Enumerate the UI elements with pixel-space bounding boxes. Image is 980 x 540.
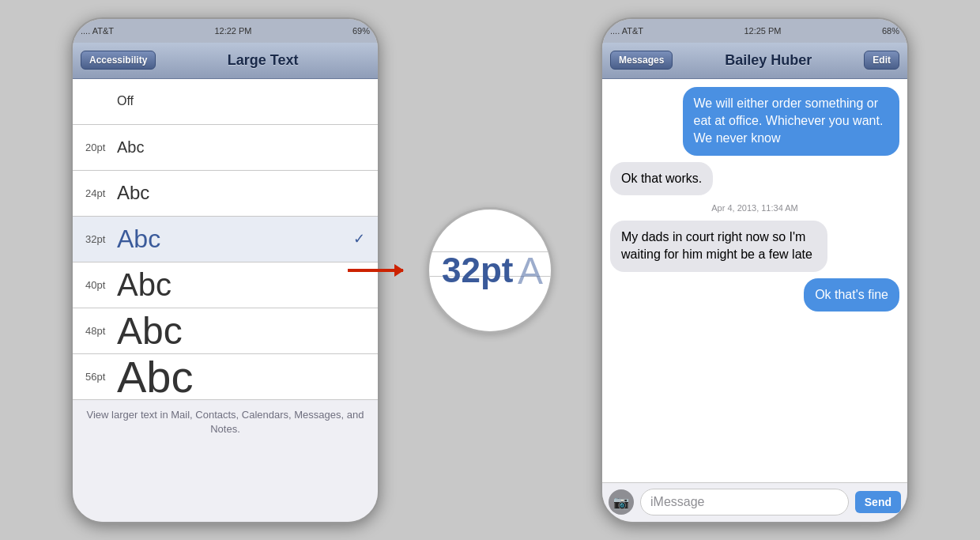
magnifier-label: 32pt bbox=[442, 251, 513, 290]
list-item-off[interactable]: Off bbox=[73, 79, 378, 125]
list-item-40pt[interactable]: 40pt Abc bbox=[73, 262, 378, 308]
list-footer: View larger text in Mail, Contacts, Cale… bbox=[73, 400, 378, 444]
list-item-56pt[interactable]: 56pt Abc bbox=[73, 354, 378, 400]
abc-label-20: Abc bbox=[117, 138, 365, 157]
nav-bar-right: Messages Bailey Huber Edit bbox=[602, 43, 907, 79]
pt-label-20: 20pt bbox=[85, 142, 117, 153]
time-right: 12:25 PM bbox=[744, 26, 781, 36]
message-bubble-left-1: Ok that works. bbox=[610, 162, 713, 195]
nav-bar-left: Accessibility Large Text bbox=[73, 43, 378, 79]
magnifier-abc-preview: A bbox=[518, 248, 543, 292]
message-bubble-left-2: My dads in court right now so I'm waitin… bbox=[610, 221, 827, 272]
messages-area: We will either order something or eat at… bbox=[602, 79, 907, 482]
abc-label-32: Abc bbox=[117, 225, 353, 254]
abc-label-48: Abc bbox=[117, 309, 365, 353]
carrier-left: .... AT&T bbox=[81, 26, 114, 36]
list-item-20pt[interactable]: 20pt Abc bbox=[73, 125, 378, 171]
accessibility-back-button[interactable]: Accessibility bbox=[81, 51, 156, 70]
messages-back-button[interactable]: Messages bbox=[610, 51, 673, 70]
pt-label-40: 40pt bbox=[85, 279, 117, 291]
magnifier-section: 32pt A bbox=[411, 191, 569, 349]
status-bar-right: .... AT&T 12:25 PM 68% bbox=[602, 19, 907, 43]
phone-right: .... AT&T 12:25 PM 68% Messages Bailey H… bbox=[601, 17, 909, 523]
contact-name-title: Bailey Huber bbox=[673, 52, 864, 69]
list-item-48pt[interactable]: 48pt Abc bbox=[73, 308, 378, 354]
battery-right: 68% bbox=[882, 26, 899, 36]
battery-left: 69% bbox=[352, 26, 370, 36]
time-left: 12:22 PM bbox=[214, 26, 251, 36]
pt-label-48: 48pt bbox=[85, 325, 117, 337]
pt-label-24: 24pt bbox=[85, 187, 117, 199]
abc-label-56: Abc bbox=[117, 351, 365, 402]
pt-label-56: 56pt bbox=[85, 371, 117, 383]
abc-label-40: Abc bbox=[117, 267, 365, 303]
abc-label-off: Off bbox=[117, 94, 365, 108]
large-text-title: Large Text bbox=[156, 52, 370, 69]
camera-button[interactable]: 📷 bbox=[609, 489, 634, 515]
phone-left: .... AT&T 12:22 PM 69% Accessibility Lar… bbox=[71, 17, 379, 523]
send-button[interactable]: Send bbox=[855, 491, 901, 513]
message-bubble-right-2: Ok that's fine bbox=[804, 278, 899, 312]
pt-label-32: 32pt bbox=[85, 233, 117, 245]
imessage-placeholder: iMessage bbox=[650, 495, 704, 509]
font-size-list: Off 20pt Abc 24pt Abc 32pt Abc ✓ 40pt Ab… bbox=[73, 79, 378, 522]
message-timestamp: Apr 4, 2013, 11:34 AM bbox=[610, 203, 899, 213]
list-item-24pt[interactable]: 24pt Abc bbox=[73, 171, 378, 217]
red-arrow-icon bbox=[348, 269, 403, 272]
checkmark-icon: ✓ bbox=[353, 230, 365, 247]
edit-button[interactable]: Edit bbox=[864, 51, 899, 70]
magnifier-circle: 32pt A bbox=[427, 207, 553, 334]
list-item-32pt[interactable]: 32pt Abc ✓ bbox=[73, 217, 378, 262]
carrier-right: .... AT&T bbox=[610, 26, 643, 36]
abc-label-24: Abc bbox=[117, 182, 365, 204]
message-input-bar: 📷 iMessage Send bbox=[602, 482, 907, 522]
status-bar-left: .... AT&T 12:22 PM 69% bbox=[73, 19, 378, 43]
main-container: .... AT&T 12:22 PM 69% Accessibility Lar… bbox=[16, 17, 964, 523]
message-bubble-right-1: We will either order something or eat at… bbox=[683, 87, 900, 156]
imessage-input[interactable]: iMessage bbox=[640, 489, 849, 515]
